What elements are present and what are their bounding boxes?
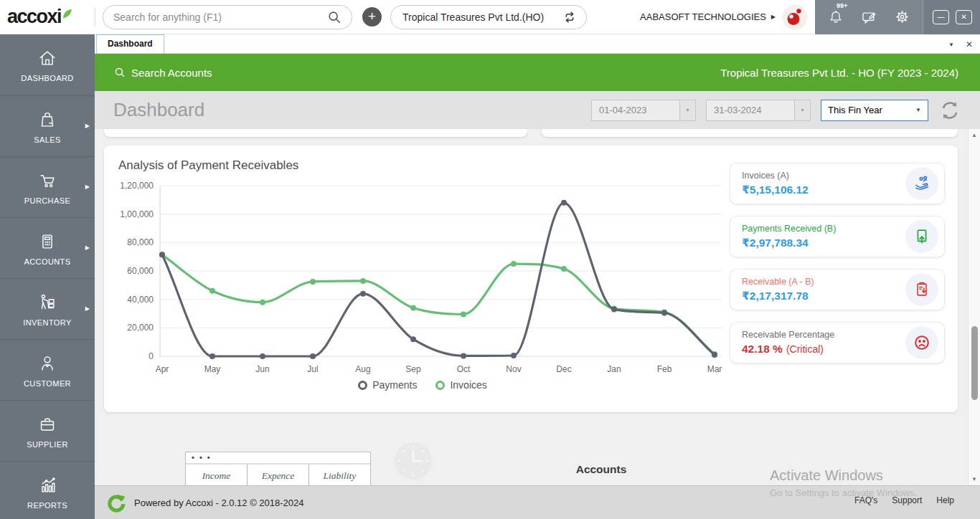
sidebar-item-label: SUPPLIER: [27, 440, 68, 449]
vertical-scrollbar[interactable]: ▲ ▼: [968, 129, 980, 485]
tab-list-dropdown-icon[interactable]: ▼: [948, 42, 954, 48]
svg-text:Oct: Oct: [457, 364, 471, 374]
search-placeholder: Search for anything (F1): [113, 11, 327, 23]
tab-dashboard[interactable]: Dashboard: [96, 34, 164, 53]
svg-text:80,000: 80,000: [127, 237, 154, 247]
close-button[interactable]: ✕: [956, 10, 972, 24]
window-controls: — ✕: [923, 0, 980, 34]
account-search-bar: Search Accounts Tropical Treasures Pvt L…: [95, 54, 980, 91]
add-button[interactable]: +: [362, 7, 382, 27]
footer-bar: Powered by Accoxi - 2.0.12 © 2018-2024 F…: [95, 485, 980, 519]
sidebar-item-label: SALES: [34, 135, 60, 144]
bell-icon: [826, 8, 845, 27]
stat-value: ₹5,15,106.12: [742, 184, 905, 196]
support-link[interactable]: Support: [892, 495, 922, 505]
sidebar-item-label: REPORTS: [27, 501, 67, 510]
settings-button[interactable]: [893, 8, 911, 26]
dashboard-content: Analysis of Payment Receivables 020,0004…: [95, 129, 980, 485]
refresh-icon[interactable]: [938, 99, 961, 122]
partial-card: [104, 129, 527, 137]
divider: [95, 8, 95, 27]
messages-button[interactable]: [860, 8, 878, 26]
chevron-down-icon[interactable]: ▼: [679, 100, 695, 120]
sidebar-item-purchase[interactable]: PURCHASE ▶: [0, 156, 95, 217]
chevron-right-icon: ▶: [85, 305, 90, 312]
notifications-button[interactable]: 99+: [826, 8, 845, 27]
stat-value: 42.18 %(Critical): [742, 343, 905, 356]
stat-card-receivable-percentage: Receivable Percentage 42.18 %(Critical): [730, 322, 945, 363]
chevron-down-icon[interactable]: ▼: [794, 100, 810, 120]
stat-value: ₹2,17,317.78: [742, 290, 905, 303]
top-bar: accoxi Search for anything (F1) + Tropic…: [0, 0, 980, 34]
date-to-value: 31-03-2024: [707, 105, 794, 115]
scrollbar-up-arrow[interactable]: ▲: [969, 132, 980, 138]
sidebar-item-sales[interactable]: SALES ▶: [0, 95, 95, 156]
svg-text:Aug: Aug: [355, 364, 370, 374]
tab-bar: Dashboard ▼ ✕: [95, 34, 980, 54]
sidebar-item-customer[interactable]: CUSTOMER: [0, 339, 95, 400]
stat-label: Receivable Percentage: [742, 330, 905, 340]
search-icon: [114, 67, 126, 78]
illustration-column-liability: Liability: [308, 465, 370, 485]
svg-text:20,000: 20,000: [127, 323, 154, 333]
chart-legend: PaymentsInvoices: [116, 379, 730, 391]
chevron-right-icon: ▶: [85, 123, 90, 129]
clock-icon: [395, 442, 432, 480]
svg-text:Feb: Feb: [657, 364, 672, 374]
sidebar-item-label: DASHBOARD: [21, 74, 73, 82]
scrollbar-down-arrow[interactable]: ▼: [969, 476, 980, 482]
chevron-right-icon: ▶: [85, 244, 90, 251]
illustration-window-dots: • • •: [186, 452, 370, 465]
svg-text:Jul: Jul: [307, 364, 318, 374]
help-link[interactable]: Help: [936, 495, 954, 505]
sidebar-item-accounts[interactable]: ACCOUNTS ▶: [0, 217, 95, 278]
powered-by-text: Powered by Accoxi - 2.0.12 © 2018-2024: [134, 497, 304, 508]
date-to-input[interactable]: 31-03-2024 ▼: [706, 100, 811, 121]
period-select-value: This Fin Year: [828, 105, 915, 115]
illustration-column-expence: Expence: [247, 465, 308, 485]
sidebar-item-supplier[interactable]: SUPPLIER: [0, 400, 95, 461]
date-from-input[interactable]: 01-04-2023 ▼: [591, 100, 696, 121]
chevron-right-icon: ▶: [85, 184, 90, 190]
sidebar-item-dashboard[interactable]: DASHBOARD: [0, 34, 95, 95]
stat-card-invoices: Invoices (A) ₹5,15,106.12: [730, 163, 945, 204]
legend-item-invoices[interactable]: Invoices: [435, 379, 486, 391]
sidebar-item-inventory[interactable]: INVENTORY ▶: [0, 278, 95, 339]
faqs-link[interactable]: FAQ's: [854, 495, 877, 505]
svg-text:Dec: Dec: [556, 364, 571, 374]
company-selector[interactable]: Tropical Treasures Pvt Ltd.(HO): [390, 5, 587, 29]
avatar[interactable]: [782, 4, 808, 30]
svg-text:1,00,000: 1,00,000: [120, 209, 154, 219]
accounts-empty-illustration: • • • Income Expence Liability: [185, 452, 371, 485]
calculator-icon: [37, 231, 58, 252]
clipboard-down-icon: [905, 273, 938, 306]
svg-text:40,000: 40,000: [127, 295, 154, 305]
stat-card-payments-received: Payments Received (B) ₹2,97,788.34: [730, 216, 945, 257]
stat-label: Invoices (A): [742, 171, 905, 181]
hand-coins-icon: [905, 167, 938, 200]
minimize-button[interactable]: —: [933, 10, 949, 24]
receivables-analysis-card: Analysis of Payment Receivables 020,0004…: [104, 146, 958, 412]
org-name[interactable]: AABASOFT TECHNOLOGIES: [640, 11, 766, 22]
company-selector-value: Tropical Treasures Pvt Ltd.(HO): [402, 11, 562, 23]
gear-icon: [893, 8, 911, 26]
search-accounts-label: Search Accounts: [131, 67, 212, 79]
sidebar-item-reports[interactable]: REPORTS: [0, 461, 95, 519]
scrollbar-thumb[interactable]: [971, 326, 978, 400]
chevron-down-icon: ▼: [915, 107, 921, 113]
chevron-right-icon: ▶: [771, 14, 776, 20]
stat-label: Receivable (A - B): [742, 277, 905, 287]
tab-close-icon[interactable]: ✕: [966, 39, 973, 49]
footer-links: FAQ's Support Help: [854, 495, 954, 505]
search-icon: [327, 10, 341, 24]
global-search-input[interactable]: Search for anything (F1): [103, 5, 352, 29]
company-fiscal-year-label: Tropical Treasures Pvt Ltd. - HO (FY 202…: [720, 67, 958, 79]
legend-item-payments[interactable]: Payments: [358, 379, 417, 391]
svg-text:60,000: 60,000: [127, 266, 154, 276]
sidebar-item-label: INVENTORY: [23, 318, 71, 327]
app-logo: accoxi: [0, 6, 95, 28]
search-accounts-button[interactable]: Search Accounts: [114, 67, 212, 79]
topbar-right: AABASOFT TECHNOLOGIES ▶ 99+ — ✕: [640, 0, 980, 34]
svg-text:Apr: Apr: [156, 364, 169, 374]
period-select[interactable]: This Fin Year ▼: [821, 100, 928, 121]
